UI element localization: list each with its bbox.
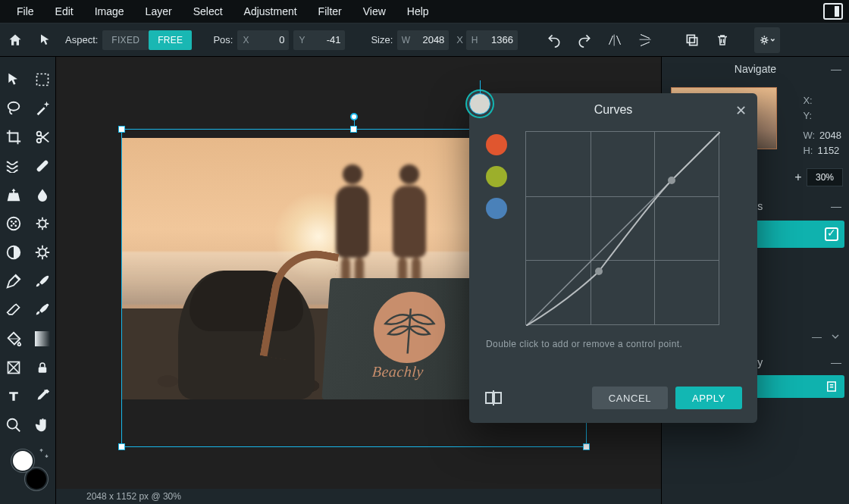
channel-rgb[interactable]	[469, 93, 490, 114]
menu-help[interactable]: Help	[396, 1, 440, 22]
curve-point-1[interactable]	[595, 268, 603, 275]
svg-rect-23	[486, 393, 493, 403]
cancel-button[interactable]: CANCEL	[592, 387, 668, 409]
shape-tool-icon[interactable]	[5, 358, 23, 377]
marquee-tool-icon[interactable]	[33, 70, 52, 89]
pos-x-field[interactable]: X	[237, 30, 289, 50]
handle-bottom-left[interactable]	[118, 443, 125, 450]
eraser-tool-icon[interactable]	[5, 301, 23, 319]
curve-point-2[interactable]	[668, 177, 675, 184]
liquify-tool-icon[interactable]	[5, 157, 23, 175]
brush-tool-icon[interactable]	[33, 272, 52, 290]
zoom-tool-icon[interactable]	[5, 416, 23, 434]
menu-view[interactable]: View	[352, 1, 396, 22]
sponge-tool-icon[interactable]	[33, 214, 52, 233]
toggle-panels-icon[interactable]	[823, 3, 843, 20]
menu-filter[interactable]: Filter	[308, 1, 352, 22]
channel-blue[interactable]	[486, 198, 507, 219]
curves-titlebar[interactable]: Curves ✕	[469, 93, 757, 127]
curves-hint: Double click to add or remove a control …	[486, 339, 757, 349]
settings-dropdown[interactable]	[754, 27, 780, 53]
chevron-down-icon[interactable]	[829, 330, 841, 343]
channel-red[interactable]	[486, 134, 507, 155]
background-color-swatch[interactable]	[25, 468, 48, 490]
hand-tool-icon[interactable]	[33, 416, 52, 434]
handle-top-middle[interactable]	[350, 126, 357, 133]
pen-tool-icon[interactable]	[5, 272, 23, 290]
svg-point-14	[39, 220, 45, 227]
svg-rect-1	[687, 35, 694, 42]
menu-file[interactable]: File	[6, 1, 45, 22]
gradient-tool-icon[interactable]	[33, 330, 52, 348]
zoom-value[interactable]: 30%	[807, 168, 843, 186]
svg-point-12	[14, 224, 17, 227]
dodge-tool-icon[interactable]	[5, 243, 23, 261]
svg-point-9	[10, 221, 12, 223]
zoom-in-icon[interactable]: +	[790, 171, 807, 184]
smudge-tool-icon[interactable]	[33, 301, 52, 319]
delete-icon[interactable]	[707, 23, 738, 57]
clone-tool-icon[interactable]	[5, 186, 23, 204]
navigate-title: Navigate	[735, 63, 776, 75]
aspect-free-button[interactable]: FREE	[149, 30, 192, 50]
svg-point-11	[10, 224, 12, 227]
pos-x-input[interactable]	[254, 33, 289, 46]
layer-visibility-checkbox[interactable]	[825, 227, 838, 241]
size-h-input[interactable]	[483, 33, 518, 46]
disperse-tool-icon[interactable]	[5, 214, 23, 233]
compare-icon[interactable]	[484, 390, 503, 406]
text-tool-icon[interactable]	[5, 387, 23, 405]
curves-graph[interactable]	[525, 131, 719, 325]
size-w-field[interactable]: W	[397, 30, 449, 50]
blur-tool-icon[interactable]	[33, 186, 52, 204]
crop-tool-icon[interactable]	[5, 128, 23, 146]
redo-icon[interactable]	[569, 23, 600, 57]
svg-rect-24	[494, 393, 501, 403]
pos-y-input[interactable]	[310, 33, 345, 46]
menu-bar: File Edit Image Layer Select Adjustment …	[0, 0, 849, 23]
handle-bottom-right[interactable]	[583, 443, 590, 450]
minimize-icon[interactable]: —	[831, 200, 841, 212]
size-h-field[interactable]: H	[466, 30, 518, 50]
picker-tool-icon[interactable]	[33, 387, 52, 405]
undo-icon[interactable]	[539, 23, 569, 57]
lasso-tool-icon[interactable]	[5, 99, 23, 117]
cutout-tool-icon[interactable]	[33, 128, 52, 146]
size-w-tag: W	[397, 35, 414, 45]
aspect-fixed-button[interactable]: FIXED	[102, 30, 149, 50]
svg-rect-18	[35, 331, 50, 346]
menu-image[interactable]: Image	[84, 1, 135, 22]
navigate-panel-header[interactable]: Navigate —	[662, 57, 849, 81]
sharpen-tool-icon[interactable]	[33, 243, 52, 261]
size-w-input[interactable]	[414, 33, 449, 46]
rotate-handle[interactable]	[350, 113, 358, 121]
svg-point-16	[39, 249, 45, 255]
color-swatches[interactable]	[11, 449, 45, 483]
swap-colors-icon[interactable]	[39, 448, 49, 459]
minus-icon[interactable]: —	[812, 331, 822, 343]
arrow-tool-icon[interactable]	[30, 23, 61, 57]
foreground-color-swatch[interactable]	[11, 449, 34, 472]
home-icon[interactable]	[0, 23, 30, 57]
minimize-icon[interactable]: —	[831, 356, 841, 368]
flip-vertical-icon[interactable]	[630, 23, 660, 57]
svg-point-4	[8, 102, 19, 111]
fill-tool-icon[interactable]	[5, 330, 23, 348]
flip-horizontal-icon[interactable]	[600, 23, 630, 57]
apply-button[interactable]: APPLY	[675, 387, 742, 409]
menu-edit[interactable]: Edit	[45, 1, 84, 22]
pos-y-field[interactable]: Y	[293, 30, 345, 50]
duplicate-icon[interactable]	[677, 23, 707, 57]
arrow-tool-icon[interactable]	[5, 70, 23, 89]
wand-tool-icon[interactable]	[33, 99, 52, 117]
handle-top-left[interactable]	[118, 126, 125, 133]
lock-tool-icon[interactable]	[33, 358, 52, 377]
pos-y-tag: Y	[293, 35, 310, 45]
close-icon[interactable]: ✕	[735, 102, 747, 119]
heal-tool-icon[interactable]	[33, 157, 52, 175]
minimize-icon[interactable]: —	[831, 64, 841, 74]
channel-green[interactable]	[486, 166, 507, 187]
menu-select[interactable]: Select	[183, 1, 233, 22]
menu-layer[interactable]: Layer	[135, 1, 183, 22]
menu-adjustment[interactable]: Adjustment	[233, 1, 308, 22]
